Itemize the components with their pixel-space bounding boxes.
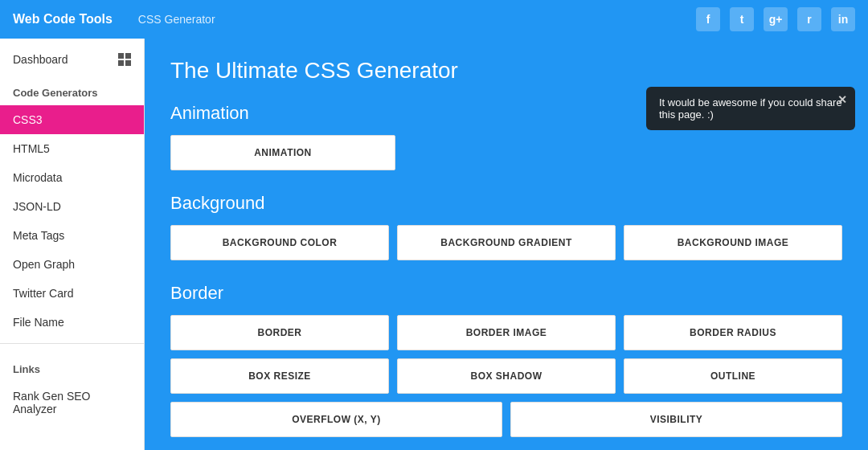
page-title: The Ultimate CSS Generator xyxy=(170,58,842,84)
twitter-icon[interactable]: t xyxy=(730,7,754,31)
share-tooltip: It would be awesome if you could share t… xyxy=(646,87,855,130)
reddit-icon[interactable]: r xyxy=(797,7,821,31)
border-row-2: BOX RESIZE BOX SHADOW OUTLINE xyxy=(170,358,842,394)
sidebar-divider xyxy=(0,343,144,344)
box-resize-button[interactable]: BOX RESIZE xyxy=(170,358,389,394)
dashboard-item[interactable]: Dashboard xyxy=(0,45,144,74)
dashboard-icon xyxy=(118,53,131,66)
animation-buttons: ANIMATION xyxy=(170,135,395,170)
sidebar-item-metatags[interactable]: Meta Tags xyxy=(0,221,144,250)
dashboard-label: Dashboard xyxy=(13,53,68,66)
sidebar-item-rankgen[interactable]: Rank Gen SEO Analyzer xyxy=(0,382,144,423)
border-button[interactable]: BORDER xyxy=(170,315,389,350)
overflow-button[interactable]: OVERFLOW (X, Y) xyxy=(170,402,502,437)
background-color-button[interactable]: BACKGROUND COLOR xyxy=(170,225,389,260)
sidebar-item-css3[interactable]: CSS3 xyxy=(0,105,144,134)
nav-left: Web Code Tools CSS Generator xyxy=(13,12,215,27)
googleplus-icon[interactable]: g+ xyxy=(764,7,788,31)
linkedin-icon[interactable]: in xyxy=(831,7,855,31)
sidebar-item-twittercard[interactable]: Twitter Card xyxy=(0,279,144,308)
border-row-3: OVERFLOW (X, Y) VISIBILITY xyxy=(170,402,842,437)
facebook-icon[interactable]: f xyxy=(696,7,720,31)
main-content: It would be awesome if you could share t… xyxy=(145,39,868,450)
links-header: Links xyxy=(0,350,144,382)
sidebar-item-opengraph[interactable]: Open Graph xyxy=(0,250,144,279)
site-title: Web Code Tools xyxy=(13,12,113,27)
background-section: Background BACKGROUND COLOR BACKGROUND G… xyxy=(170,193,842,260)
border-section: Border BORDER BORDER IMAGE BORDER RADIUS… xyxy=(170,283,842,437)
tooltip-text: It would be awesome if you could share t… xyxy=(659,96,842,121)
layout: Dashboard Code Generators CSS3 HTML5 Mic… xyxy=(0,39,868,450)
outline-button[interactable]: OUTLINE xyxy=(624,358,842,394)
box-shadow-button[interactable]: BOX SHADOW xyxy=(397,358,616,394)
background-gradient-button[interactable]: BACKGROUND GRADIENT xyxy=(397,225,616,260)
background-section-title: Background xyxy=(170,193,842,214)
border-image-button[interactable]: BORDER IMAGE xyxy=(397,315,616,350)
background-buttons: BACKGROUND COLOR BACKGROUND GRADIENT BAC… xyxy=(170,225,842,260)
tooltip-close-button[interactable]: ✕ xyxy=(837,93,847,106)
border-section-title: Border xyxy=(170,283,842,304)
sidebar-item-microdata[interactable]: Microdata xyxy=(0,163,144,192)
sidebar-item-html5[interactable]: HTML5 xyxy=(0,134,144,163)
border-row-1: BORDER BORDER IMAGE BORDER RADIUS xyxy=(170,315,842,350)
code-generators-header: Code Generators xyxy=(0,74,144,105)
top-nav: Web Code Tools CSS Generator f t g+ r in xyxy=(0,0,868,39)
social-icons: f t g+ r in xyxy=(696,7,855,31)
page-label: CSS Generator xyxy=(138,13,215,26)
visibility-button[interactable]: VISIBILITY xyxy=(510,402,842,437)
sidebar-item-filename[interactable]: File Name xyxy=(0,308,144,337)
animation-button[interactable]: ANIMATION xyxy=(170,135,395,170)
sidebar-item-jsonld[interactable]: JSON-LD xyxy=(0,192,144,221)
sidebar: Dashboard Code Generators CSS3 HTML5 Mic… xyxy=(0,39,145,450)
border-radius-button[interactable]: BORDER RADIUS xyxy=(624,315,842,350)
background-image-button[interactable]: BACKGROUND IMAGE xyxy=(624,225,842,260)
